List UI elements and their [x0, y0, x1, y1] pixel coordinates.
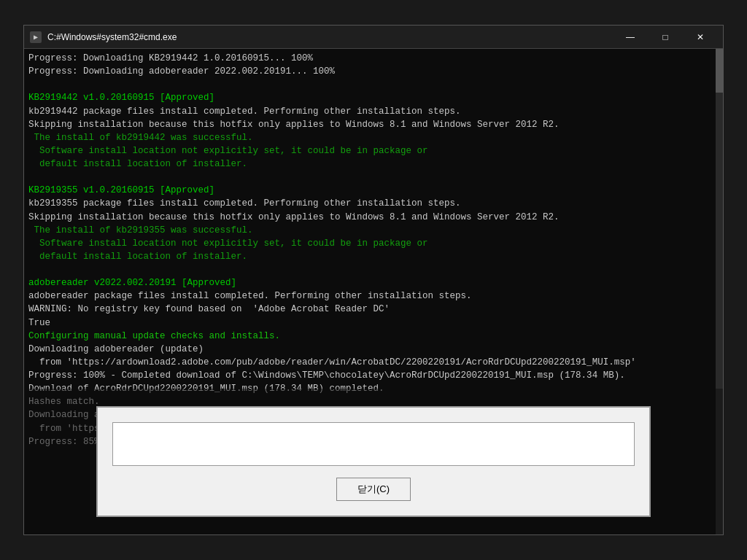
close-button[interactable]: ✕ — [684, 26, 717, 49]
window-controls: — □ ✕ — [614, 26, 717, 49]
title-bar: ▶ C:#Windows#system32#cmd.exe — □ ✕ — [24, 26, 723, 49]
line-kb2919442-2: The install of kb2919442 was successful.… — [28, 133, 428, 169]
line-kb2919355-2: The install of kb2919355 was successful.… — [28, 225, 428, 262]
line-kb2919442-1: kb2919442 package files install complete… — [28, 106, 560, 130]
line-1: Progress: Downloading KB2919442 1.0.2016… — [28, 53, 335, 77]
line-adobe-header: adobereader v2022.002.20191 [Approved] — [28, 278, 236, 288]
maximize-button[interactable]: □ — [649, 26, 682, 49]
window-title: C:#Windows#system32#cmd.exe — [47, 32, 608, 42]
line-kb2919355-1: kb2919355 package files install complete… — [28, 198, 560, 222]
dialog-box: 닫기(C) — [96, 406, 651, 517]
dialog-close-button[interactable]: 닫기(C) — [336, 478, 411, 501]
cmd-window: ▶ C:#Windows#system32#cmd.exe — □ ✕ Prog… — [23, 25, 724, 535]
line-kb2919442-header: KB2919442 v1.0.20160915 [Approved] — [28, 93, 214, 103]
console-area: Progress: Downloading KB2919442 1.0.2016… — [24, 49, 723, 534]
line-adobe-1: adobereader package files install comple… — [28, 291, 472, 327]
scrollbar-thumb[interactable] — [716, 49, 723, 93]
dialog-content — [112, 422, 635, 466]
line-kb2919355-header: KB2919355 v1.0.20160915 [Approved] — [28, 185, 214, 195]
line-configuring: Configuring manual update checks and ins… — [28, 331, 280, 341]
dialog-overlay: 닫기(C) — [24, 389, 723, 534]
window-icon: ▶ — [30, 31, 42, 43]
minimize-button[interactable]: — — [614, 26, 647, 49]
